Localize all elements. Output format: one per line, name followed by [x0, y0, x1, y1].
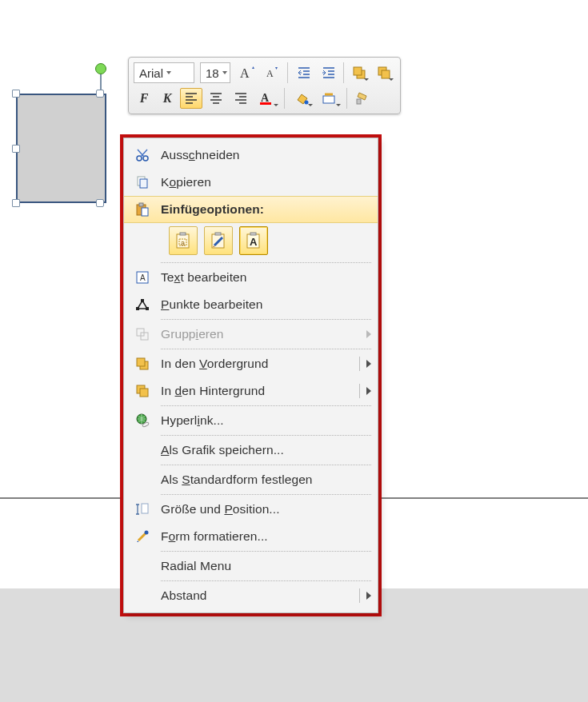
- menu-item-copy[interactable]: Kopieren: [124, 169, 378, 196]
- split-separator: [359, 588, 360, 603]
- bold-button[interactable]: F: [134, 88, 154, 109]
- align-right-button[interactable]: [230, 88, 252, 109]
- align-left-button[interactable]: [180, 88, 202, 109]
- decrease-indent-button[interactable]: [292, 62, 314, 83]
- menu-item-edit-points[interactable]: Punkte bearbeiten: [124, 291, 378, 318]
- svg-rect-57: [140, 389, 148, 397]
- separator: [346, 88, 347, 109]
- menu-separator: [161, 494, 371, 495]
- bring-front-icon: [135, 357, 150, 371]
- submenu-arrow-icon: [366, 360, 371, 368]
- clipboard-brush-icon: [210, 232, 227, 249]
- svg-rect-49: [136, 307, 139, 310]
- menu-label: Als Standardform festlegen: [161, 473, 349, 487]
- menu-item-cut[interactable]: Ausschneiden: [124, 142, 378, 169]
- menu-item-hyperlink[interactable]: Hyperlink...: [124, 407, 378, 434]
- font-size-dropdown[interactable]: 18: [200, 62, 230, 83]
- menu-separator: [161, 435, 371, 436]
- paste-icon: [135, 202, 150, 217]
- menu-item-set-default-shape[interactable]: Als Standardform festlegen: [124, 466, 378, 493]
- resize-handle-s[interactable]: [96, 199, 104, 207]
- send-backward-button[interactable]: [373, 62, 395, 83]
- copy-icon: [135, 175, 150, 189]
- paste-option-use-destination[interactable]: [204, 226, 233, 255]
- menu-label: Gruppieren: [161, 327, 349, 341]
- send-back-icon: [135, 384, 150, 398]
- menu-item-bring-to-front[interactable]: In den Vordergrund: [124, 350, 378, 377]
- menu-item-spacing[interactable]: Abstand: [124, 582, 378, 609]
- dropdown-caret-icon: [166, 71, 171, 74]
- menu-item-size-position[interactable]: Größe und Position...: [124, 496, 378, 523]
- menu-label: Form formatieren...: [161, 529, 349, 544]
- svg-text:A: A: [266, 68, 274, 79]
- menu-label: Größe und Position...: [161, 502, 349, 517]
- svg-rect-36: [139, 203, 143, 206]
- svg-rect-50: [141, 299, 144, 302]
- separator: [343, 62, 344, 83]
- selected-shape[interactable]: [16, 94, 106, 203]
- dropdown-caret-icon: [389, 78, 394, 81]
- dropdown-caret-icon: [274, 104, 278, 106]
- dropdown-caret-icon: [308, 104, 313, 106]
- mini-toolbar: Arial 18 A A F: [128, 57, 401, 114]
- svg-rect-60: [142, 504, 148, 513]
- menu-item-format-shape[interactable]: Form formatieren...: [124, 523, 378, 550]
- format-painter-button[interactable]: [351, 88, 374, 109]
- menu-label: In den Vordergrund: [161, 357, 349, 371]
- svg-rect-27: [260, 102, 271, 105]
- paste-option-text-only[interactable]: A: [239, 226, 268, 255]
- clipboard-text-a-icon: A: [245, 232, 262, 249]
- font-size-value: 18: [206, 66, 219, 80]
- text-box-icon: A: [135, 270, 150, 285]
- dropdown-caret-icon: [222, 71, 227, 74]
- font-family-dropdown[interactable]: Arial: [134, 62, 194, 83]
- menu-item-group: Gruppieren: [124, 321, 378, 348]
- menu-item-radial-menu[interactable]: Radial Menu: [124, 552, 378, 580]
- svg-text:a: a: [181, 239, 185, 247]
- svg-rect-34: [140, 179, 147, 188]
- menu-separator: [161, 465, 371, 465]
- increase-indent-button[interactable]: [317, 62, 339, 83]
- split-separator: [359, 357, 360, 371]
- grow-font-button[interactable]: A: [236, 62, 258, 83]
- svg-rect-29: [323, 96, 334, 103]
- size-position-icon: [135, 502, 150, 517]
- resize-handle-n[interactable]: [96, 90, 104, 98]
- svg-rect-11: [354, 67, 362, 75]
- menu-label: Einfügeoptionen:: [161, 202, 349, 217]
- rotation-handle[interactable]: [95, 63, 106, 74]
- menu-item-save-as-picture[interactable]: Als Grafik speichern...: [124, 437, 378, 464]
- shrink-font-button[interactable]: A: [261, 62, 283, 83]
- split-separator: [359, 384, 360, 398]
- separator: [287, 62, 288, 83]
- font-family-value: Arial: [139, 66, 163, 80]
- shape-outline-button[interactable]: [317, 88, 342, 109]
- menu-item-send-to-back[interactable]: In den Hintergrund: [124, 377, 378, 405]
- paste-option-keep-source[interactable]: a: [169, 226, 198, 255]
- menu-item-edit-text[interactable]: A Text bearbeiten: [124, 264, 378, 291]
- svg-rect-55: [137, 358, 145, 366]
- font-color-button[interactable]: A: [254, 88, 280, 109]
- svg-rect-43: [215, 233, 221, 235]
- svg-text:A: A: [250, 236, 258, 248]
- resize-handle-nw[interactable]: [12, 90, 20, 98]
- svg-text:A: A: [240, 66, 250, 80]
- align-center-button[interactable]: [205, 88, 227, 109]
- menu-separator: [161, 349, 371, 349]
- menu-separator: [161, 580, 371, 581]
- context-menu-highlight: Ausschneiden Kopieren Einfügeoptionen: a…: [120, 134, 382, 616]
- paste-options-row: a A: [124, 223, 378, 261]
- resize-handle-w[interactable]: [12, 145, 20, 153]
- resize-handle-sw[interactable]: [12, 199, 20, 207]
- separator: [284, 88, 285, 109]
- menu-separator: [161, 405, 371, 406]
- shape-fill-button[interactable]: [289, 88, 314, 109]
- svg-rect-37: [142, 208, 148, 216]
- submenu-arrow-icon: [366, 330, 371, 338]
- bring-forward-button[interactable]: [348, 62, 370, 83]
- svg-point-61: [145, 531, 149, 535]
- menu-label: Abstand: [161, 588, 349, 603]
- submenu-arrow-icon: [366, 387, 371, 395]
- menu-item-paste-options[interactable]: Einfügeoptionen:: [124, 196, 378, 223]
- italic-button[interactable]: K: [157, 88, 178, 109]
